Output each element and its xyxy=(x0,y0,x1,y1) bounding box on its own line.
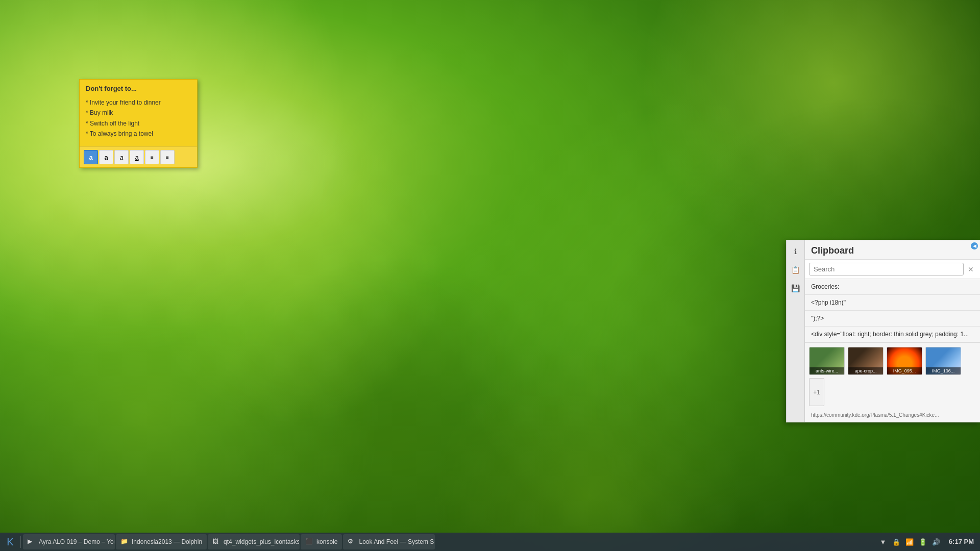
sticky-italic-button[interactable]: a xyxy=(99,150,113,164)
clipboard-images: ants-wire... ape-crop... IMG_095... IMG_… xyxy=(805,342,980,410)
clipboard-thumb-0[interactable]: ants-wire... xyxy=(809,347,845,375)
clipboard-thumb-label-2: IMG_095... xyxy=(887,367,922,374)
clipboard-search-input[interactable] xyxy=(809,263,964,276)
clipboard-panel: ℹ 📋 💾 Clipboard ✕ Groceries: <?php i18n(… xyxy=(786,240,980,422)
taskbar-item-dolphin-label: Indonesia2013 — Dolphin xyxy=(132,538,202,545)
clipboard-thumb-3[interactable]: IMG_106... xyxy=(925,347,961,375)
clipboard-thumb-label-1: ape-crop... xyxy=(848,367,883,374)
systray-volume-icon[interactable]: 🔊 xyxy=(930,536,942,547)
sticky-align-right-button[interactable]: ≡ xyxy=(160,150,175,164)
clipboard-title: Clipboard xyxy=(805,240,980,260)
taskbar-item-youtube-label: Ayra ALO 019 – Demo – YouTube – 1... xyxy=(39,538,115,545)
taskbar-item-dolphin[interactable]: 📁 Indonesia2013 — Dolphin xyxy=(116,534,207,549)
dolphin-icon: 📁 xyxy=(120,538,129,546)
taskbar-time: 6:17 PM xyxy=(949,538,974,546)
clipboard-search-row: ✕ xyxy=(805,260,980,279)
sticky-strikethrough-button[interactable]: a xyxy=(130,150,144,164)
taskbar-item-image[interactable]: 🖼 qt4_widgets_plus_icontasks.jpg – 1... xyxy=(208,534,300,549)
clipboard-clear-search-button[interactable]: ✕ xyxy=(966,264,976,274)
sticky-note-content: * Invite your friend to dinner * Buy mil… xyxy=(80,95,197,146)
systray-expand-icon[interactable]: ▼ xyxy=(877,536,889,547)
clipboard-info-button[interactable]: ℹ xyxy=(789,244,803,259)
sticky-note-title: Don't forget to... xyxy=(80,80,197,95)
taskbar-item-settings-label: Look And Feel — System Settings xyxy=(359,538,435,545)
taskbar-item-konsole-label: konsole xyxy=(316,538,337,545)
settings-icon: ⚙ xyxy=(348,538,356,546)
image-viewer-icon: 🖼 xyxy=(212,538,220,546)
taskbar-clock[interactable]: 6:17 PM xyxy=(945,538,978,546)
clipboard-list-button[interactable]: 📋 xyxy=(789,263,803,277)
systray-battery-icon[interactable]: 🔋 xyxy=(917,536,928,547)
clipboard-main: Clipboard ✕ Groceries: <?php i18n(" ");?… xyxy=(805,240,980,422)
sticky-toolbar: a a a a ≡ ≡ xyxy=(80,146,197,167)
kde-logo-icon: K xyxy=(7,536,13,548)
sticky-item-2: * Buy milk xyxy=(86,108,191,118)
systray-network-icon[interactable]: 📶 xyxy=(904,536,915,547)
konsole-icon: ⬛ xyxy=(305,538,313,546)
clipboard-thumb-2[interactable]: IMG_095... xyxy=(887,347,922,375)
taskbar-item-konsole[interactable]: ⬛ konsole xyxy=(301,534,342,549)
taskbar-item-youtube[interactable]: ▶ Ayra ALO 019 – Demo – YouTube – 1... xyxy=(23,534,115,549)
taskbar-separator-1 xyxy=(20,536,21,548)
sticky-bold-button[interactable]: a xyxy=(84,150,98,164)
taskbar-item-image-label: qt4_widgets_plus_icontasks.jpg – 1... xyxy=(224,538,300,545)
sticky-align-left-button[interactable]: ≡ xyxy=(145,150,159,164)
taskbar: K ▶ Ayra ALO 019 – Demo – YouTube – 1...… xyxy=(0,533,980,551)
youtube-icon: ▶ xyxy=(28,538,36,546)
taskbar-systray: ▼ 🔒 📶 🔋 🔊 xyxy=(875,536,944,547)
clipboard-sidebar: ℹ 📋 💾 xyxy=(787,240,805,422)
clipboard-item-3[interactable]: <div style="float: right; border: thin s… xyxy=(805,327,980,342)
systray-lock-icon[interactable]: 🔒 xyxy=(891,536,902,547)
clipboard-item-0[interactable]: Groceries: xyxy=(805,279,980,295)
clipboard-thumb-label-0: ants-wire... xyxy=(810,367,844,374)
sticky-note: Don't forget to... * Invite your friend … xyxy=(79,79,198,168)
clipboard-item-2[interactable]: ");?> xyxy=(805,311,980,327)
taskbar-item-settings[interactable]: ⚙ Look And Feel — System Settings xyxy=(343,534,435,549)
sticky-item-1: * Invite your friend to dinner xyxy=(86,97,191,108)
clipboard-url: https://community.kde.org/Plasma/5.1_Cha… xyxy=(805,410,980,422)
clipboard-item-1[interactable]: <?php i18n(" xyxy=(805,295,980,311)
taskbar-start-button[interactable]: K xyxy=(2,534,18,550)
clipboard-thumb-label-3: IMG_106... xyxy=(926,367,961,374)
sticky-item-3: * Switch off the light xyxy=(86,118,191,129)
clipboard-history-button[interactable]: 💾 xyxy=(789,281,803,295)
sticky-underline-button[interactable]: a xyxy=(114,150,129,164)
clipboard-thumb-1[interactable]: ape-crop... xyxy=(848,347,884,375)
sticky-item-4: * To always bring a towel xyxy=(86,129,191,139)
clipboard-thumb-extra[interactable]: +1 xyxy=(809,378,824,406)
clipboard-collapse-button[interactable]: ◀ xyxy=(971,242,978,249)
